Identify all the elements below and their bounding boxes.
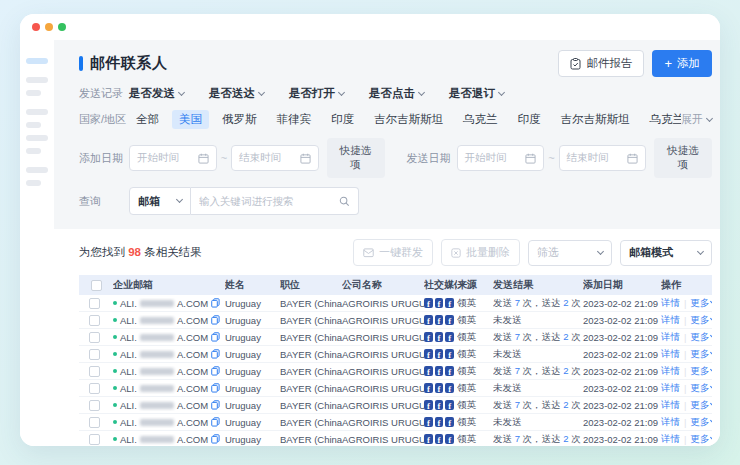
send-record-filter-dropdown[interactable]: 是否送达 xyxy=(209,86,264,101)
facebook-icon[interactable] xyxy=(445,298,454,308)
row-checkbox[interactable] xyxy=(89,434,100,445)
sidebar-item[interactable] xyxy=(26,122,41,128)
copy-icon[interactable] xyxy=(211,383,220,393)
send-date-start-input[interactable]: 开始时间 xyxy=(457,145,545,171)
batch-delete-button[interactable]: 批量删除 xyxy=(441,239,520,266)
sidebar-item[interactable] xyxy=(26,167,48,173)
more-link[interactable]: 更多 xyxy=(690,348,712,361)
country-chip[interactable]: 印度 xyxy=(511,110,548,129)
facebook-icon[interactable] xyxy=(445,349,454,359)
facebook-icon[interactable] xyxy=(435,400,444,410)
facebook-icon[interactable] xyxy=(435,315,444,325)
detail-link[interactable]: 详情 xyxy=(661,365,680,378)
facebook-icon[interactable] xyxy=(435,332,444,342)
row-checkbox[interactable] xyxy=(89,349,100,360)
detail-link[interactable]: 详情 xyxy=(661,433,680,446)
add-date-end-input[interactable]: 结束时间 xyxy=(231,145,319,171)
query-type-select[interactable]: 邮箱 xyxy=(129,187,191,215)
facebook-icon[interactable] xyxy=(424,315,433,325)
row-checkbox[interactable] xyxy=(89,298,100,309)
copy-icon[interactable] xyxy=(211,349,220,359)
row-checkbox[interactable] xyxy=(89,315,100,326)
more-link[interactable]: 更多 xyxy=(690,314,712,327)
sidebar-item[interactable] xyxy=(26,58,48,64)
search-input[interactable] xyxy=(199,195,339,207)
detail-link[interactable]: 详情 xyxy=(661,416,680,429)
facebook-icon[interactable] xyxy=(424,434,433,444)
row-checkbox[interactable] xyxy=(89,417,100,428)
country-chip[interactable]: 吉尔吉斯斯坦 xyxy=(554,110,637,129)
traffic-light-minimize-icon[interactable] xyxy=(45,23,53,31)
facebook-icon[interactable] xyxy=(424,417,433,427)
facebook-icon[interactable] xyxy=(435,298,444,308)
country-chip[interactable]: 全部 xyxy=(129,110,166,129)
copy-icon[interactable] xyxy=(211,434,220,444)
more-link[interactable]: 更多 xyxy=(690,433,712,446)
country-chip[interactable]: 俄罗斯 xyxy=(215,110,264,129)
copy-icon[interactable] xyxy=(211,400,220,410)
more-link[interactable]: 更多 xyxy=(690,331,712,344)
detail-link[interactable]: 详情 xyxy=(661,297,680,310)
row-checkbox[interactable] xyxy=(89,383,100,394)
more-link[interactable]: 更多 xyxy=(690,297,712,310)
facebook-icon[interactable] xyxy=(435,434,444,444)
sidebar-item[interactable] xyxy=(26,135,48,141)
row-checkbox[interactable] xyxy=(89,332,100,343)
facebook-icon[interactable] xyxy=(445,383,454,393)
filter-select[interactable]: 筛选 xyxy=(528,240,612,266)
detail-link[interactable]: 详情 xyxy=(661,399,680,412)
country-chip[interactable]: 吉尔吉斯斯坦 xyxy=(367,110,450,129)
sidebar-item[interactable] xyxy=(26,180,41,186)
add-button[interactable]: + 添加 xyxy=(652,50,712,77)
select-all-checkbox[interactable] xyxy=(91,280,102,291)
sidebar-item[interactable] xyxy=(26,109,48,115)
facebook-icon[interactable] xyxy=(424,298,433,308)
email-report-button[interactable]: 邮件报告 xyxy=(558,50,644,77)
facebook-icon[interactable] xyxy=(445,417,454,427)
more-link[interactable]: 更多 xyxy=(690,416,712,429)
country-chip[interactable]: 美国 xyxy=(172,110,209,129)
copy-icon[interactable] xyxy=(211,366,220,376)
facebook-icon[interactable] xyxy=(445,400,454,410)
facebook-icon[interactable] xyxy=(435,383,444,393)
country-chip[interactable]: 菲律宾 xyxy=(270,110,319,129)
sidebar-item[interactable] xyxy=(26,77,48,83)
add-date-start-input[interactable]: 开始时间 xyxy=(129,145,217,171)
copy-icon[interactable] xyxy=(211,315,220,325)
send-record-filter-dropdown[interactable]: 是否发送 xyxy=(129,86,184,101)
facebook-icon[interactable] xyxy=(424,400,433,410)
facebook-icon[interactable] xyxy=(435,366,444,376)
send-record-filter-dropdown[interactable]: 是否打开 xyxy=(289,86,344,101)
mode-select[interactable]: 邮箱模式 xyxy=(620,240,712,266)
copy-icon[interactable] xyxy=(211,417,220,427)
add-date-quick-options-button[interactable]: 快捷选项 xyxy=(327,138,385,178)
facebook-icon[interactable] xyxy=(424,332,433,342)
send-record-filter-dropdown[interactable]: 是否点击 xyxy=(369,86,424,101)
detail-link[interactable]: 详情 xyxy=(661,331,680,344)
row-checkbox[interactable] xyxy=(89,400,100,411)
detail-link[interactable]: 详情 xyxy=(661,348,680,361)
country-chip[interactable]: 乌克兰 xyxy=(456,110,505,129)
send-date-quick-options-button[interactable]: 快捷选项 xyxy=(654,138,712,178)
copy-icon[interactable] xyxy=(211,298,220,308)
sidebar-item[interactable] xyxy=(26,148,41,154)
country-chip[interactable]: 乌克兰 xyxy=(643,110,682,129)
facebook-icon[interactable] xyxy=(445,332,454,342)
send-record-filter-dropdown[interactable]: 是否退订 xyxy=(449,86,504,101)
facebook-icon[interactable] xyxy=(424,383,433,393)
traffic-light-zoom-icon[interactable] xyxy=(58,23,66,31)
facebook-icon[interactable] xyxy=(435,349,444,359)
traffic-light-close-icon[interactable] xyxy=(32,23,40,31)
sidebar-item[interactable] xyxy=(26,90,41,96)
facebook-icon[interactable] xyxy=(445,315,454,325)
row-checkbox[interactable] xyxy=(89,366,100,377)
more-link[interactable]: 更多 xyxy=(690,365,712,378)
more-link[interactable]: 更多 xyxy=(690,382,712,395)
facebook-icon[interactable] xyxy=(424,366,433,376)
country-chip[interactable]: 印度 xyxy=(324,110,361,129)
mass-send-button[interactable]: 一键群发 xyxy=(353,239,433,266)
more-link[interactable]: 更多 xyxy=(690,399,712,412)
expand-button[interactable]: 展开 xyxy=(681,112,712,127)
facebook-icon[interactable] xyxy=(445,366,454,376)
facebook-icon[interactable] xyxy=(424,349,433,359)
